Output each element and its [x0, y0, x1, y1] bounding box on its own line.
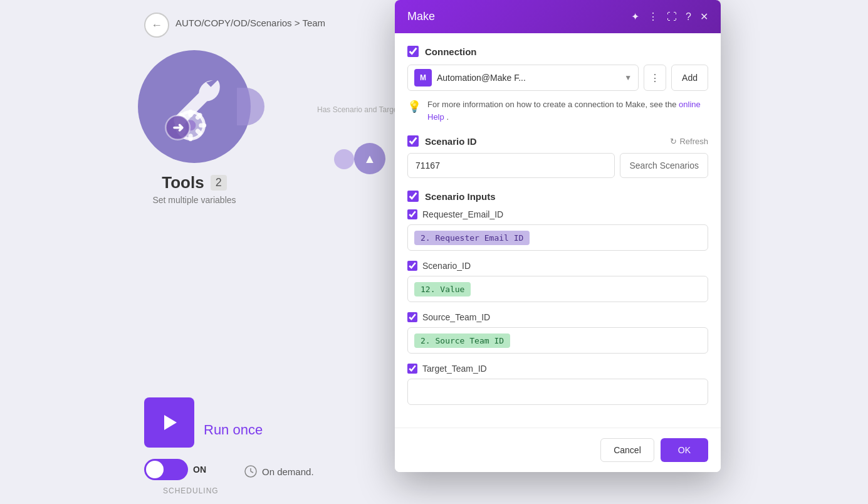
tools-icon-circle[interactable]: ➜ [138, 50, 251, 163]
toggle-knob [146, 461, 164, 478]
filter-icon: ▲ [363, 152, 376, 166]
tools-subtitle: Set multiple variables [152, 195, 236, 205]
source-team-id-input[interactable]: 2. Source Team ID [407, 327, 708, 354]
back-button[interactable]: ← [144, 13, 169, 38]
tools-node: ➜ Tools 2 Set multiple variables [138, 50, 251, 205]
scenario-id-field-input[interactable]: 12. Value [407, 276, 708, 302]
cancel-button[interactable]: Cancel [600, 438, 654, 462]
target-team-id-label-row: Target_Team_ID [407, 364, 708, 374]
requester-email-label: Requester_Email_ID [422, 209, 503, 219]
refresh-button[interactable]: ↻ Refresh [670, 137, 708, 146]
tools-badge: 2 [211, 175, 227, 191]
svg-rect-3 [188, 134, 192, 141]
run-once-button[interactable] [144, 397, 194, 448]
scenario-inputs-title: Scenario Inputs [425, 191, 496, 202]
scenario-id-label-row: Scenario_ID [407, 261, 708, 271]
tools-label: Tools 2 [162, 173, 226, 192]
more-options-icon[interactable]: ⋮ [648, 11, 658, 23]
scenario-id-checkbox[interactable] [407, 135, 419, 147]
connection-row: M Automation@Make F... ▼ ⋮ Add [407, 65, 708, 91]
source-team-id-tag: 2. Source Team ID [414, 333, 510, 348]
connection-name: Automation@Make F... [437, 73, 619, 83]
toggle-on-label: ON [193, 465, 206, 475]
refresh-icon: ↻ [670, 137, 677, 146]
scenario-inputs-checkbox[interactable] [407, 191, 419, 202]
source-team-id-label-row: Source_Team_ID [407, 312, 708, 322]
close-icon[interactable]: ✕ [700, 11, 708, 23]
connection-more-button[interactable]: ⋮ [644, 65, 666, 91]
filter-node[interactable]: ▲ [354, 143, 385, 174]
connection-section-header: Connection [407, 46, 708, 57]
run-once-label: Run once [204, 422, 263, 438]
modal-title: Make [407, 10, 435, 23]
ok-button[interactable]: OK [661, 438, 708, 462]
modal-footer: Cancel OK [395, 428, 721, 472]
breadcrumb: AUTO/COPY/OD/Scenarios > Team [175, 18, 325, 28]
svg-marker-12 [164, 415, 177, 430]
scenario-inputs-section: Scenario Inputs Requester_Email_ID 2. Re… [407, 191, 708, 405]
target-team-id-field-group: Target_Team_ID [407, 364, 708, 405]
scenario-id-row: Search Scenarios [407, 153, 708, 178]
source-team-id-checkbox[interactable] [407, 312, 417, 322]
connection-title: Connection [425, 46, 477, 57]
svg-line-15 [251, 471, 253, 473]
target-team-id-checkbox[interactable] [407, 364, 417, 374]
on-demand-label: On demand. [262, 466, 314, 477]
connector-circle-1 [334, 149, 354, 169]
chevron-down-icon: ▼ [624, 73, 632, 82]
svg-rect-2 [188, 110, 192, 117]
scheduling-label: SCHEDULING [163, 486, 219, 495]
scenario-id-title: Scenario ID [425, 136, 477, 147]
requester-email-label-row: Requester_Email_ID [407, 209, 708, 219]
tools-svg-icon: ➜ [157, 69, 232, 144]
modal-body: Connection M Automation@Make F... ▼ ⋮ Ad… [395, 33, 721, 428]
help-icon[interactable]: ? [686, 11, 691, 23]
target-team-id-input[interactable] [407, 379, 708, 405]
requester-email-tag: 2. Requester Email ID [414, 231, 530, 245]
bulb-icon: 💡 [407, 100, 421, 113]
scenario-inputs-header: Scenario Inputs [407, 191, 708, 202]
requester-email-input[interactable]: 2. Requester Email ID [407, 224, 708, 251]
requester-email-checkbox[interactable] [407, 209, 417, 219]
on-demand-section: On demand. [244, 465, 314, 478]
has-scenario-label: Has Scenario and Target [317, 105, 400, 114]
svg-rect-5 [199, 123, 206, 127]
toggle-area: ON [144, 459, 206, 480]
add-connection-button[interactable]: Add [671, 65, 708, 91]
play-icon [159, 412, 179, 433]
clock-icon [244, 465, 257, 478]
make-logo: M [414, 69, 432, 87]
connection-checkbox[interactable] [407, 46, 419, 57]
scenario-id-field-checkbox[interactable] [407, 261, 417, 271]
info-text: For more information on how to create a … [427, 98, 708, 123]
scenario-id-field-group: Scenario_ID 12. Value [407, 261, 708, 302]
connection-select[interactable]: M Automation@Make F... ▼ [407, 65, 639, 91]
modal-header-icons: ✦ ⋮ ⛶ ? ✕ [631, 11, 708, 23]
source-team-id-field-group: Source_Team_ID 2. Source Team ID [407, 312, 708, 354]
scenario-id-input[interactable] [407, 153, 615, 178]
search-scenarios-button[interactable]: Search Scenarios [620, 153, 708, 178]
modal-header: Make ✦ ⋮ ⛶ ? ✕ [395, 0, 721, 33]
refresh-label: Refresh [679, 137, 708, 146]
sparkle-icon[interactable]: ✦ [631, 11, 639, 23]
source-team-id-label: Source_Team_ID [422, 312, 490, 322]
scenario-id-section-header: Scenario ID ↻ Refresh [407, 135, 708, 147]
toggle-switch[interactable] [144, 459, 188, 480]
svg-text:➜: ➜ [172, 120, 184, 135]
make-modal: Make ✦ ⋮ ⛶ ? ✕ Connection M Automation@M… [395, 0, 721, 472]
info-box: 💡 For more information on how to create … [407, 98, 708, 123]
requester-email-field-group: Requester_Email_ID 2. Requester Email ID [407, 209, 708, 251]
target-team-id-label: Target_Team_ID [422, 364, 487, 374]
scenario-id-tag: 12. Value [414, 282, 471, 297]
expand-icon[interactable]: ⛶ [667, 11, 677, 23]
scenario-id-field-label: Scenario_ID [422, 261, 471, 271]
